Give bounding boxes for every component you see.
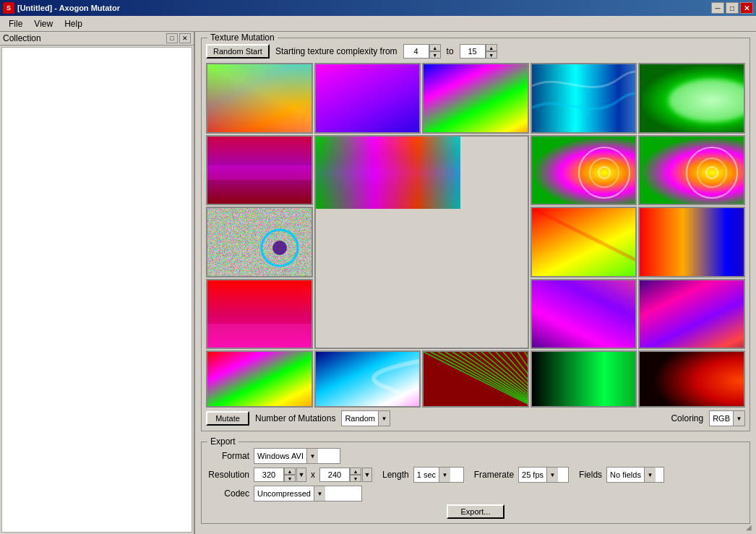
coloring-dropdown-arrow[interactable]: ▼ [733, 411, 744, 426]
svg-rect-52 [532, 352, 636, 406]
texture-cell-4[interactable] [638, 63, 745, 134]
fields-dropdown-arrow[interactable]: ▼ [644, 468, 656, 482]
svg-rect-11 [532, 137, 636, 204]
length-value: 1 sec [414, 470, 439, 479]
complexity-from-down[interactable]: ▼ [429, 51, 441, 59]
format-label: Format [206, 451, 249, 461]
res-height-input[interactable]: ▲ ▼ ▼ [319, 468, 372, 482]
mutations-dropdown-arrow[interactable]: ▼ [378, 411, 390, 426]
codec-dropdown-arrow[interactable]: ▼ [314, 486, 325, 501]
export-resolution-row: Resolution ▲ ▼ ▼ x ▲ ▼ ▼ [206, 467, 745, 483]
svg-point-21 [272, 241, 287, 255]
export-button[interactable]: Export... [447, 504, 504, 519]
res-width-field[interactable] [254, 468, 284, 482]
export-section: Export Format Windows AVI ▼ Resolution ▲… [201, 442, 750, 524]
texture-cell-7[interactable] [531, 135, 637, 206]
menu-help[interactable]: Help [59, 17, 88, 30]
texture-cell-10[interactable] [531, 207, 637, 277]
coloring-value: RGB [710, 414, 733, 423]
mutate-button[interactable]: Mutate [206, 411, 249, 426]
res-width-extra[interactable]: ▼ [296, 468, 306, 482]
res-height-up[interactable]: ▲ [350, 468, 361, 475]
texture-cell-6[interactable] [314, 135, 529, 350]
mutations-dropdown[interactable]: Random ▼ [341, 410, 390, 426]
random-start-button[interactable]: Random Start [206, 44, 270, 59]
texture-cell-5[interactable] [206, 135, 313, 206]
window-title: [Untitled] - Axogon Mutator [17, 4, 120, 12]
texture-cell-8[interactable] [638, 135, 745, 206]
res-height-down[interactable]: ▼ [350, 475, 361, 482]
res-width-down[interactable]: ▼ [284, 475, 296, 482]
coloring-dropdown[interactable]: RGB ▼ [709, 410, 745, 426]
texture-cell-14[interactable] [638, 279, 745, 350]
texture-cell-12[interactable] [206, 279, 313, 350]
complexity-to-up[interactable]: ▲ [486, 44, 497, 51]
complexity-from-input[interactable]: ▲ ▼ [403, 44, 441, 59]
texture-cell-18[interactable] [531, 350, 637, 408]
framerate-dropdown-arrow[interactable]: ▼ [546, 468, 558, 482]
maximize-button[interactable]: □ [726, 2, 739, 14]
texture-mutation-section: Texture Mutation Random Start Starting t… [201, 38, 750, 431]
texture-cell-15[interactable] [206, 350, 313, 408]
fields-dropdown[interactable]: No fields ▼ [606, 467, 664, 483]
format-dropdown-arrow[interactable]: ▼ [306, 449, 318, 463]
framerate-value: 25 fps [519, 470, 546, 479]
codec-value: Uncompressed [254, 489, 314, 498]
sidebar: Collection □ ✕ [0, 32, 195, 534]
texture-cell-11[interactable] [638, 207, 745, 277]
res-width-up[interactable]: ▲ [284, 468, 296, 475]
texture-cell-2[interactable] [422, 63, 529, 134]
complexity-to-label: to [447, 46, 454, 56]
texture-cell-9[interactable] [206, 207, 313, 277]
texture-header: Random Start Starting texture complexity… [206, 44, 745, 59]
fields-value: No fields [607, 470, 644, 479]
texture-cell-13[interactable] [531, 279, 637, 350]
svg-rect-15 [640, 137, 744, 204]
complexity-prefix: Starting texture complexity from [275, 46, 398, 56]
res-width-input[interactable]: ▲ ▼ ▼ [254, 468, 306, 482]
title-bar: S [Untitled] - Axogon Mutator ─ □ ✕ [0, 0, 756, 16]
sidebar-header: Collection □ ✕ [0, 32, 194, 46]
menu-file[interactable]: File [3, 17, 28, 30]
mutations-label: Number of Mutations [255, 413, 335, 423]
texture-cell-19[interactable] [638, 350, 745, 408]
complexity-to-input[interactable]: ▲ ▼ [460, 44, 497, 59]
format-dropdown[interactable]: Windows AVI ▼ [254, 448, 340, 464]
texture-footer: Mutate Number of Mutations Random ▼ Colo… [206, 410, 745, 426]
svg-rect-53 [640, 352, 744, 406]
resolution-label: Resolution [206, 470, 249, 480]
svg-rect-22 [532, 208, 636, 276]
export-format-row: Format Windows AVI ▼ [206, 448, 745, 464]
complexity-to-field[interactable] [460, 44, 486, 59]
texture-cell-16[interactable] [314, 350, 421, 408]
svg-rect-3 [424, 64, 528, 132]
framerate-dropdown[interactable]: 25 fps ▼ [518, 467, 569, 483]
texture-cell-3[interactable] [531, 63, 637, 134]
framerate-label: Framerate [474, 470, 514, 480]
svg-rect-10 [316, 137, 460, 209]
minimize-button[interactable]: ─ [711, 2, 724, 14]
format-value: Windows AVI [254, 452, 306, 460]
svg-rect-26 [207, 324, 312, 348]
sidebar-close-button[interactable]: ✕ [179, 33, 191, 43]
export-codec-row: Codec Uncompressed ▼ [206, 486, 745, 501]
res-height-field[interactable] [319, 468, 350, 482]
svg-rect-27 [532, 280, 636, 348]
complexity-to-down[interactable]: ▼ [486, 51, 497, 59]
texture-cell-0[interactable] [206, 63, 313, 134]
length-dropdown-arrow[interactable]: ▼ [439, 468, 450, 482]
length-dropdown[interactable]: 1 sec ▼ [413, 467, 464, 483]
menu-view[interactable]: View [28, 17, 59, 30]
sidebar-minimize-button[interactable]: □ [166, 33, 178, 43]
complexity-from-up[interactable]: ▲ [429, 44, 441, 51]
export-label: Export [207, 436, 239, 447]
length-label: Length [382, 470, 409, 480]
close-button[interactable]: ✕ [740, 2, 753, 14]
resize-handle[interactable]: ◢ [746, 524, 755, 533]
res-height-extra[interactable]: ▼ [362, 468, 372, 482]
codec-dropdown[interactable]: Uncompressed ▼ [254, 486, 362, 501]
texture-cell-17[interactable] [422, 350, 529, 408]
export-button-row: Export... [206, 504, 745, 519]
complexity-from-field[interactable] [403, 44, 429, 59]
texture-cell-1[interactable] [314, 63, 421, 134]
